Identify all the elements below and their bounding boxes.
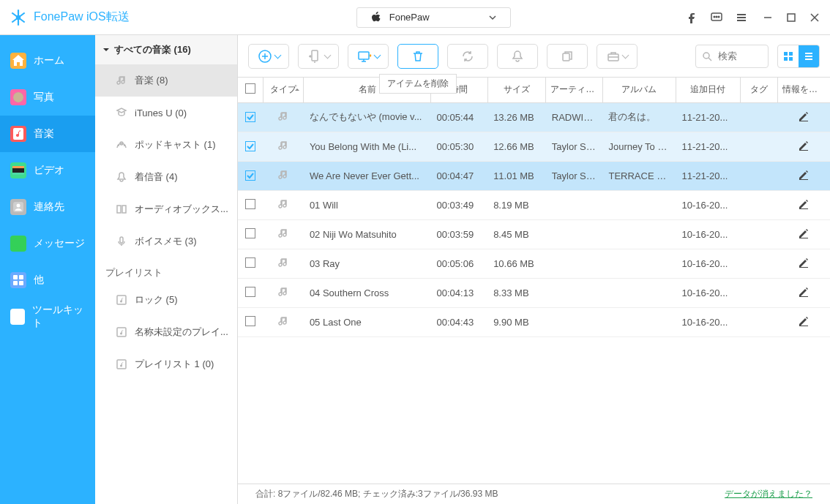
app-logo: FonePaw iOS転送 bbox=[9, 8, 130, 27]
device-selector[interactable]: FonePaw bbox=[356, 7, 511, 28]
maximize-button[interactable] bbox=[785, 11, 798, 24]
list-view-button[interactable] bbox=[799, 45, 819, 67]
add-button[interactable] bbox=[248, 44, 289, 69]
col-artist[interactable]: アーティスト bbox=[546, 78, 603, 102]
view-toggle bbox=[777, 45, 820, 68]
folder-button[interactable] bbox=[597, 44, 638, 69]
nav-label: ビデオ bbox=[34, 164, 64, 177]
row-album: TERRACE HO... bbox=[602, 161, 676, 190]
ringtone-button[interactable] bbox=[497, 44, 538, 69]
edit-button[interactable] bbox=[798, 289, 810, 300]
table-row[interactable]: なんでもないや (movie v... 00:05:44 13.26 MB RA… bbox=[238, 102, 830, 132]
edit-button[interactable] bbox=[798, 260, 810, 271]
dedupe-button[interactable] bbox=[547, 44, 588, 69]
tree-item-audiobooks[interactable]: オーディオブックス... bbox=[95, 193, 237, 225]
row-time: 00:05:06 bbox=[431, 249, 488, 278]
svg-rect-42 bbox=[799, 296, 808, 297]
nav-item-video[interactable]: ビデオ bbox=[0, 152, 95, 189]
row-artist bbox=[546, 249, 603, 278]
nav-item-photos[interactable]: 写真 bbox=[0, 79, 95, 116]
copy-icon bbox=[561, 50, 574, 63]
col-type[interactable]: タイプ bbox=[263, 78, 304, 102]
table-row[interactable]: We Are Never Ever Gett... 00:04:47 11.01… bbox=[238, 161, 830, 190]
tree-item-songs[interactable]: 音楽 (8) bbox=[95, 64, 237, 97]
table-row[interactable]: 02 Niji Wo Matsuhito 00:03:59 8.45 MB 10… bbox=[238, 219, 830, 249]
export-to-phone-button[interactable] bbox=[298, 44, 339, 69]
grid-view-button[interactable] bbox=[778, 45, 799, 67]
table-row[interactable]: 04 Southern Cross 00:04:13 8.33 MB 10-16… bbox=[238, 278, 830, 307]
tree-item-podcasts[interactable]: ポッドキャスト (1) bbox=[95, 129, 237, 161]
row-time: 00:05:30 bbox=[431, 132, 488, 161]
edit-button[interactable] bbox=[798, 113, 810, 124]
minimize-button[interactable] bbox=[761, 11, 774, 24]
tree-item-itunesu[interactable]: iTunes U (0) bbox=[95, 97, 237, 129]
status-link[interactable]: データが消えました？ bbox=[725, 488, 812, 500]
tree-item-label: 名称未設定のプレイ... bbox=[135, 326, 228, 339]
col-checkbox[interactable] bbox=[238, 78, 263, 102]
row-time: 00:03:59 bbox=[431, 219, 488, 249]
trash-icon bbox=[411, 50, 425, 63]
menu-icon[interactable] bbox=[735, 11, 748, 24]
svg-rect-37 bbox=[799, 150, 808, 151]
feedback-icon[interactable] bbox=[710, 11, 723, 24]
row-size: 8.19 MB bbox=[487, 190, 546, 219]
close-button[interactable] bbox=[808, 11, 821, 24]
tree-item-label: 音楽 (8) bbox=[135, 74, 168, 87]
nav-item-toolkit[interactable]: ツールキット bbox=[0, 298, 95, 335]
refresh-button[interactable] bbox=[447, 44, 488, 69]
nav-item-music[interactable]: 音楽 bbox=[0, 116, 95, 152]
row-checkbox[interactable] bbox=[245, 316, 255, 326]
table-row[interactable]: You Belong With Me (Li... 00:05:30 12.66… bbox=[238, 132, 830, 161]
edit-button[interactable] bbox=[798, 172, 810, 183]
search-box[interactable] bbox=[695, 45, 769, 68]
photos-icon bbox=[10, 89, 26, 105]
edit-button[interactable] bbox=[798, 201, 810, 212]
edit-button[interactable] bbox=[798, 143, 810, 154]
nav-item-other[interactable]: 他 bbox=[0, 262, 95, 298]
edit-button[interactable] bbox=[798, 318, 810, 329]
col-album[interactable]: アルバム bbox=[602, 78, 676, 102]
row-artist: RADWIM... bbox=[546, 102, 603, 132]
row-time: 00:03:49 bbox=[431, 190, 488, 219]
table-row[interactable]: 03 Ray 00:05:06 10.66 MB 10-16-20... bbox=[238, 249, 830, 278]
col-tag[interactable]: タグ bbox=[740, 78, 777, 102]
table-row[interactable]: 05 Last One 00:04:43 9.90 MB 10-16-20... bbox=[238, 307, 830, 336]
svg-point-31 bbox=[703, 53, 709, 59]
row-date: 11-21-20... bbox=[676, 102, 741, 132]
row-size: 8.45 MB bbox=[487, 219, 546, 249]
row-type-icon bbox=[263, 132, 304, 161]
svg-rect-15 bbox=[12, 238, 24, 247]
select-all-checkbox[interactable] bbox=[245, 83, 255, 94]
tree-item-unnamed[interactable]: 名称未設定のプレイ... bbox=[95, 316, 237, 348]
nav-item-messages[interactable]: メッセージ bbox=[0, 225, 95, 262]
row-checkbox[interactable] bbox=[245, 170, 255, 181]
tree-item-rock[interactable]: ロック (5) bbox=[95, 284, 237, 316]
row-checkbox[interactable] bbox=[245, 199, 255, 209]
tree-item-voicememo[interactable]: ボイスメモ (3) bbox=[95, 225, 237, 257]
row-checkbox[interactable] bbox=[245, 112, 255, 122]
tree-header-all-music[interactable]: すべての音楽 (16) bbox=[95, 35, 237, 64]
tree-item-ringtones[interactable]: 着信音 (4) bbox=[95, 161, 237, 193]
nav-item-home[interactable]: ホーム bbox=[0, 42, 95, 79]
chevron-down-icon bbox=[488, 13, 497, 22]
row-checkbox[interactable] bbox=[245, 287, 255, 297]
search-input[interactable] bbox=[717, 50, 760, 62]
delete-button[interactable]: アイテムを削除 bbox=[397, 44, 438, 69]
sidebar-tree: すべての音楽 (16) 音楽 (8)iTunes U (0)ポッドキャスト (1… bbox=[95, 35, 238, 504]
table-row[interactable]: 01 Will 00:03:49 8.19 MB 10-16-20... bbox=[238, 190, 830, 219]
refresh-icon bbox=[461, 50, 474, 63]
row-checkbox[interactable] bbox=[245, 257, 255, 268]
export-to-pc-button[interactable] bbox=[348, 44, 389, 69]
songs-icon bbox=[116, 75, 127, 86]
nav-item-contacts[interactable]: 連絡先 bbox=[0, 189, 95, 225]
row-checkbox[interactable] bbox=[245, 141, 255, 151]
tree-item-pl1[interactable]: プレイリスト 1 (0) bbox=[95, 348, 237, 380]
facebook-icon[interactable] bbox=[687, 12, 698, 23]
col-size[interactable]: サイズ bbox=[487, 78, 546, 102]
edit-button[interactable] bbox=[798, 230, 810, 241]
col-date[interactable]: 追加日付 bbox=[676, 78, 741, 102]
row-type-icon bbox=[263, 278, 304, 307]
row-checkbox[interactable] bbox=[245, 228, 255, 238]
row-name: 02 Niji Wo Matsuhito bbox=[304, 219, 431, 249]
col-edit[interactable]: 情報を編集 bbox=[777, 78, 830, 102]
